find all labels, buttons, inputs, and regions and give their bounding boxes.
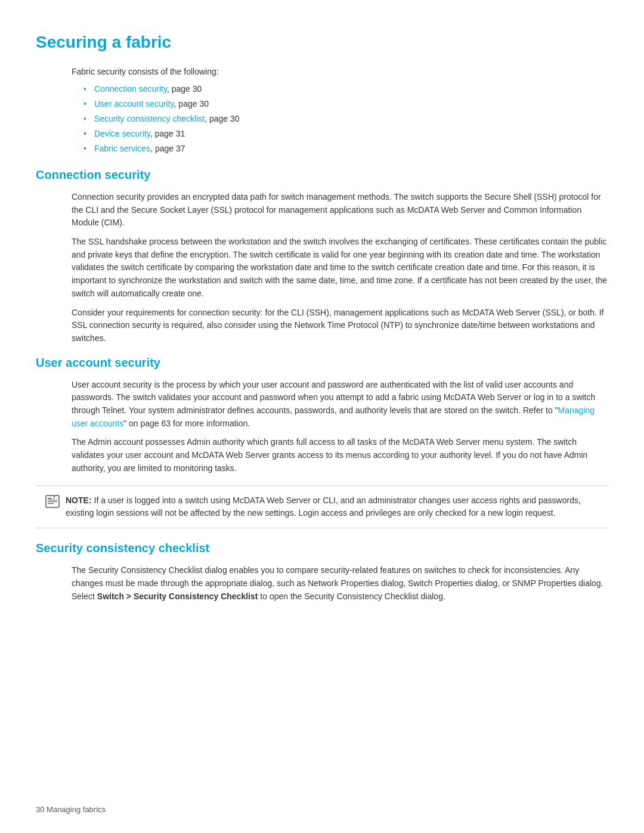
svg-rect-4 <box>48 503 54 504</box>
intro-text: Fabric security consists of the followin… <box>72 66 608 78</box>
security-consistency-checklist-link[interactable]: Security consistency checklist <box>94 114 205 123</box>
fabric-services-link[interactable]: Fabric services <box>94 144 150 153</box>
bullet-suffix: , page 30 <box>174 99 209 109</box>
connection-security-heading: Connection security <box>36 166 608 184</box>
svg-rect-1 <box>48 498 52 499</box>
note-content: NOTE:If a user is logged into a switch u… <box>66 494 599 519</box>
checklist-section-body: The Security Consistency Checklist dialo… <box>72 564 608 603</box>
user-account-security-para-2: The Admin account possesses Admin author… <box>72 436 608 475</box>
device-security-link[interactable]: Device security <box>94 129 150 138</box>
note-text: If a user is logged into a switch using … <box>66 496 581 518</box>
svg-rect-2 <box>48 500 57 500</box>
checklist-text-after: to open the Security Consistency Checkli… <box>258 592 445 601</box>
checklist-para-1: The Security Consistency Checklist dialo… <box>72 564 608 603</box>
connection-security-body: Connection security provides an encrypte… <box>72 191 608 345</box>
user-account-security-body: User account security is the process by … <box>72 379 608 475</box>
connection-security-link[interactable]: Connection security <box>94 84 167 94</box>
svg-rect-3 <box>48 501 57 502</box>
note-label: NOTE: <box>66 496 92 505</box>
checklist-bold: Switch > Security Consistency Checklist <box>97 592 258 601</box>
bullet-suffix: , page 31 <box>150 129 185 138</box>
user-account-security-link[interactable]: User account security <box>94 99 174 109</box>
note-icon <box>45 495 60 508</box>
user-account-security-para-1: User account security is the process by … <box>72 379 608 431</box>
list-item: Security consistency checklist, page 30 <box>83 113 608 125</box>
toc-list: Connection security, page 30 User accoun… <box>83 83 608 155</box>
security-consistency-checklist-heading: Security consistency checklist <box>36 539 608 557</box>
note-box: NOTE:If a user is logged into a switch u… <box>36 485 608 528</box>
user-account-security-heading: User account security <box>36 354 608 371</box>
bullet-suffix: , page 30 <box>167 84 202 94</box>
page-footer: 30 Managing fabrics <box>36 804 106 816</box>
page-title: Securing a fabric <box>36 30 608 55</box>
connection-security-para-3: Consider your requirements for connectio… <box>72 306 608 345</box>
connection-security-para-1: Connection security provides an encrypte… <box>72 191 608 230</box>
list-item: User account security, page 30 <box>83 98 608 110</box>
bullet-suffix: , page 30 <box>205 114 239 123</box>
list-item: Connection security, page 30 <box>83 83 608 95</box>
connection-security-para-2: The SSL handshake process between the wo… <box>72 236 608 300</box>
list-item: Device security, page 31 <box>83 128 608 140</box>
bullet-suffix: , page 37 <box>150 144 185 153</box>
managing-user-accounts-link[interactable]: Managing user accounts <box>72 405 595 428</box>
svg-rect-5 <box>54 496 55 498</box>
list-item: Fabric services, page 37 <box>83 143 608 155</box>
